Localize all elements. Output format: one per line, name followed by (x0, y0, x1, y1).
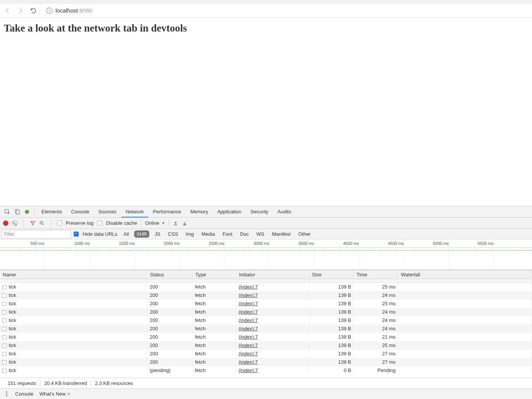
record-button[interactable] (3, 221, 8, 226)
disable-cache-checkbox[interactable] (97, 221, 102, 226)
inspect-element-icon[interactable] (2, 207, 12, 217)
page-content: Take a look at the network tab in devtoo… (0, 18, 532, 39)
initiator-link[interactable]: (index):7 (239, 334, 258, 340)
row-checkbox[interactable] (2, 335, 6, 339)
table-row[interactable]: tick200fetch(index):7139 B25 ms (0, 300, 532, 308)
table-row[interactable]: tick200fetch(index):7139 B27 ms (0, 350, 532, 358)
svg-rect-2 (16, 210, 20, 214)
filter-type-all[interactable]: All (121, 230, 131, 238)
tab-sources[interactable]: Sources (94, 206, 121, 218)
close-icon[interactable]: × (67, 391, 70, 397)
initiator-link[interactable]: (index):7 (239, 351, 258, 356)
table-row[interactable]: tick200fetch(index):7139 B24 ms (0, 325, 532, 333)
table-row[interactable]: tick200fetch(index):7139 B25 ms (0, 341, 532, 350)
initiator-link[interactable]: (index):7 (239, 367, 258, 373)
table-row[interactable]: tick200fetch(index):7139 B27 ms (0, 358, 532, 366)
row-checkbox[interactable] (2, 344, 6, 348)
timeline-tick-label: 500 ms (30, 241, 44, 246)
initiator-link[interactable]: (index):7 (239, 342, 258, 348)
filter-type-css[interactable]: CSS (166, 230, 180, 238)
throttling-select[interactable]: Online ▼ (141, 219, 169, 227)
filter-type-img[interactable]: Img (184, 230, 196, 238)
preserve-log-checkbox[interactable] (57, 221, 62, 226)
filter-toggle-icon[interactable] (30, 221, 35, 226)
column-header-waterfall[interactable]: Waterfall (398, 270, 532, 279)
cell-size: 139 B (309, 283, 354, 291)
table-row[interactable]: tick200fetch(index):7139 B24 ms (0, 291, 532, 300)
filter-row: Filter Hide data URLs AllXHRJSCSSImgMedi… (0, 229, 532, 240)
tab-network[interactable]: Network (121, 206, 149, 218)
hide-data-urls-checkbox[interactable] (74, 232, 79, 237)
column-header-time[interactable]: Time (354, 270, 398, 279)
forward-button[interactable] (17, 7, 24, 14)
row-checkbox[interactable] (2, 285, 6, 289)
tab-performance[interactable]: Performance (148, 206, 185, 218)
tab-console[interactable]: Console (66, 206, 94, 218)
cell-waterfall (398, 350, 532, 358)
timeline-tick-label: 2500 ms (209, 241, 225, 246)
tab-security[interactable]: Security (246, 206, 273, 218)
row-checkbox[interactable] (2, 327, 6, 331)
filter-type-manifest[interactable]: Manifest (270, 230, 293, 238)
row-checkbox[interactable] (2, 352, 6, 356)
disable-cache-label: Disable cache (106, 220, 137, 226)
row-checkbox[interactable] (2, 302, 6, 306)
drawer-tab-whatsnew[interactable]: What's New × (40, 391, 70, 397)
device-toggle-icon[interactable] (12, 207, 22, 217)
search-icon[interactable] (39, 221, 44, 226)
row-checkbox[interactable] (2, 360, 6, 364)
filter-type-doc[interactable]: Doc (238, 230, 251, 238)
column-header-status[interactable]: Status (147, 270, 193, 279)
initiator-link[interactable]: (index):7 (239, 317, 258, 323)
table-row[interactable]: tick200fetch(index):7139 B24 ms (0, 316, 532, 325)
cell-name: tick (0, 350, 147, 358)
filter-type-js[interactable]: JS (152, 230, 163, 238)
upload-har-icon[interactable] (173, 221, 178, 226)
cell-type: fetch (193, 325, 236, 333)
clear-button[interactable] (12, 221, 17, 226)
filter-type-font[interactable]: Font (220, 230, 235, 238)
row-checkbox[interactable] (2, 369, 6, 373)
initiator-link[interactable]: (index):7 (239, 359, 258, 365)
table-row[interactable]: tick200fetch(index):7139 B25 ms (0, 283, 532, 291)
cell-type: fetch (193, 308, 236, 316)
drawer-tab-console[interactable]: Console (15, 391, 33, 397)
column-header-name[interactable]: Name (0, 270, 147, 279)
drawer-menu-icon[interactable] (4, 391, 9, 396)
row-checkbox[interactable] (2, 319, 6, 323)
initiator-link[interactable]: (index):7 (239, 284, 258, 290)
filter-type-xhr[interactable]: XHR (134, 230, 149, 238)
table-row[interactable]: tick200fetch(index):7139 B24 ms (0, 308, 532, 316)
address-bar[interactable]: i localhost:8080 (46, 7, 528, 14)
back-button[interactable] (4, 7, 11, 14)
site-info-icon[interactable]: i (46, 8, 52, 14)
initiator-link[interactable]: (index):7 (239, 326, 258, 331)
tab-elements[interactable]: Elements (37, 206, 66, 218)
timeline-tick-line (314, 240, 314, 270)
initiator-link[interactable]: (index):7 (239, 292, 258, 298)
table-row[interactable]: tick200fetch(index):7139 B21 ms (0, 333, 532, 341)
filter-type-media[interactable]: Media (199, 230, 217, 238)
filter-type-other[interactable]: Other (296, 230, 313, 238)
cell-type: fetch (193, 283, 236, 291)
row-checkbox[interactable] (2, 293, 6, 298)
row-checkbox[interactable] (2, 310, 6, 314)
cell-size: 139 B (309, 291, 354, 300)
node-icon[interactable] (22, 207, 32, 217)
filter-input[interactable]: Filter (2, 230, 71, 238)
table-row[interactable]: tick(pending)fetch(index):70 BPending (0, 366, 532, 373)
initiator-link[interactable]: (index):7 (239, 309, 258, 315)
timeline-overview[interactable]: 500 ms1000 ms1500 ms2000 ms2500 ms3000 m… (0, 240, 532, 270)
reload-button[interactable] (30, 7, 37, 14)
initiator-link[interactable]: (index):7 (239, 301, 258, 306)
column-header-type[interactable]: Type (193, 270, 236, 279)
cell-waterfall (398, 358, 532, 366)
filter-type-ws[interactable]: WS (254, 230, 267, 238)
tab-memory[interactable]: Memory (186, 206, 213, 218)
table-body[interactable]: tick200fetch(index):7139 B25 mstick200fe… (0, 279, 532, 373)
tab-audits[interactable]: Audits (273, 206, 296, 218)
download-har-icon[interactable] (182, 221, 187, 226)
tab-application[interactable]: Application (213, 206, 246, 218)
column-header-initiator[interactable]: Initiator (236, 270, 309, 279)
column-header-size[interactable]: Size (309, 270, 354, 279)
